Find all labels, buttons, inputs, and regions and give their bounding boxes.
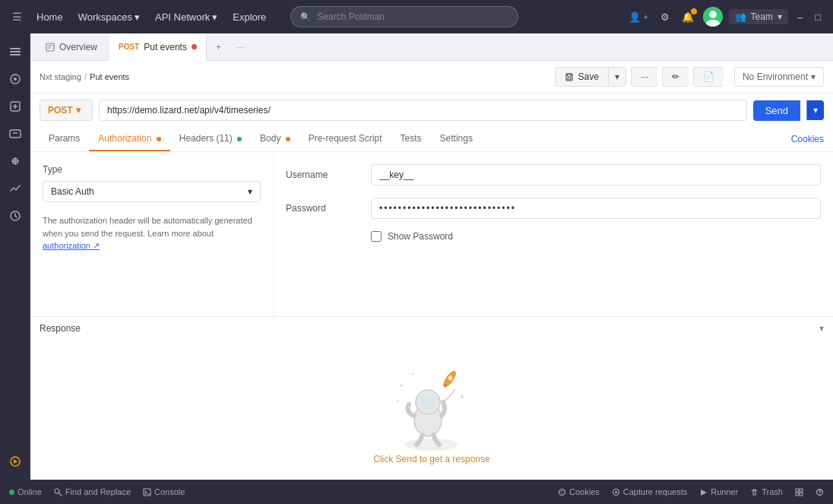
svg-rect-36 xyxy=(800,489,803,492)
url-input[interactable] xyxy=(99,100,747,121)
team-icon: 👥 xyxy=(735,11,746,22)
tab-params[interactable]: Params xyxy=(40,127,89,151)
sidebar-item-history[interactable] xyxy=(3,204,27,228)
auth-left-panel: Type Basic Auth ▾ The authorization head… xyxy=(30,152,274,316)
nav-links: Home Workspaces ▾ API Network ▾ Explore xyxy=(30,8,272,26)
tab-pre-request[interactable]: Pre-request Script xyxy=(299,127,391,151)
runner-button[interactable]: Runner xyxy=(699,487,738,496)
username-field-row: Username xyxy=(286,164,821,185)
tab-headers[interactable]: Headers (11) xyxy=(170,127,251,151)
response-header[interactable]: Response ▾ xyxy=(40,317,824,340)
svg-point-23 xyxy=(458,377,459,379)
nav-workspaces[interactable]: Workspaces ▾ xyxy=(72,8,146,26)
method-select[interactable]: POST ▾ xyxy=(40,100,93,121)
minimize-button[interactable]: – xyxy=(794,8,806,26)
notifications-button[interactable]: 🔔 xyxy=(679,8,697,26)
auth-learn-more-link[interactable]: authorization ↗ xyxy=(43,241,100,250)
save-dropdown-button[interactable]: ▾ xyxy=(608,67,626,87)
nav-home[interactable]: Home xyxy=(30,8,69,26)
sidebar-item-mock[interactable] xyxy=(3,149,27,173)
svg-rect-3 xyxy=(10,48,21,49)
doc-button[interactable]: 📄 xyxy=(693,67,724,87)
auth-type-select[interactable]: Basic Auth ▾ xyxy=(43,181,261,202)
edit-button[interactable]: ✏ xyxy=(662,67,689,87)
show-password-checkbox[interactable] xyxy=(371,231,382,242)
help-icon xyxy=(816,488,824,496)
add-user-icon: 👤 xyxy=(629,11,641,23)
svg-rect-35 xyxy=(796,489,799,492)
nav-api-network[interactable]: API Network ▾ xyxy=(149,8,223,26)
method-badge: POST xyxy=(119,43,139,51)
tabs-bar: Overview POST Put events + ··· xyxy=(30,33,833,61)
tab-settings[interactable]: Settings xyxy=(431,127,482,151)
add-collaborator-button[interactable]: 👤+ xyxy=(626,8,651,26)
auth-right-panel: Username Password Show Password xyxy=(274,152,833,316)
online-status[interactable]: Online xyxy=(9,487,42,496)
team-button[interactable]: 👥 Team ▾ xyxy=(729,9,788,24)
svg-point-30 xyxy=(560,490,562,492)
content-area: Overview POST Put events + ··· Nxt stagi… xyxy=(30,33,833,480)
search-bar[interactable]: 🔍 xyxy=(290,6,518,27)
cookies-status-button[interactable]: Cookies xyxy=(558,487,600,496)
nav-explore[interactable]: Explore xyxy=(226,8,272,26)
tab-tests[interactable]: Tests xyxy=(391,127,431,151)
api-network-chevron-icon: ▾ xyxy=(212,11,217,23)
response-body: Click Send to get a response xyxy=(40,340,824,480)
show-password-row: Show Password xyxy=(371,231,821,242)
password-input[interactable] xyxy=(371,198,821,219)
trash-button[interactable]: Trash xyxy=(750,487,783,496)
console-icon xyxy=(143,488,151,496)
more-actions-button[interactable]: ··· xyxy=(631,67,657,87)
svg-point-32 xyxy=(562,493,563,494)
sidebar-item-apis[interactable] xyxy=(3,94,27,119)
settings-button[interactable]: ⚙ xyxy=(657,8,673,26)
grid-button[interactable] xyxy=(795,488,803,496)
capture-requests-button[interactable]: Capture requests xyxy=(612,487,687,496)
authorization-dot xyxy=(157,137,161,141)
environment-selector[interactable]: No Environment ▾ xyxy=(734,67,824,87)
sidebar-item-collections[interactable] xyxy=(3,67,27,91)
avatar[interactable] xyxy=(703,7,723,27)
svg-rect-15 xyxy=(567,74,571,76)
url-bar: POST ▾ Send ▾ xyxy=(30,94,833,127)
help-button[interactable] xyxy=(816,488,824,496)
send-button[interactable]: Send xyxy=(753,100,800,121)
top-nav: ☰ Home Workspaces ▾ API Network ▾ Explor… xyxy=(0,0,833,33)
cookies-link[interactable]: Cookies xyxy=(791,134,824,144)
hamburger-icon[interactable]: ☰ xyxy=(9,9,24,24)
request-bar: Nxt staging / Put events Save ▾ ··· ✏ 📄 … xyxy=(30,61,833,94)
auth-panel: Type Basic Auth ▾ The authorization head… xyxy=(30,152,833,316)
svg-rect-14 xyxy=(568,78,571,80)
status-bar: Online Find and Replace Console Cookies … xyxy=(0,480,833,504)
tab-overview[interactable]: Overview xyxy=(36,33,106,61)
tab-authorization[interactable]: Authorization xyxy=(89,127,169,151)
svg-point-26 xyxy=(412,373,413,375)
username-input[interactable] xyxy=(371,164,821,185)
main-layout: Overview POST Put events + ··· Nxt stagi… xyxy=(0,33,833,480)
svg-rect-37 xyxy=(796,493,799,496)
username-label: Username xyxy=(286,170,362,180)
request-actions: Save ▾ ··· ✏ 📄 No Environment ▾ xyxy=(555,67,824,87)
status-bar-right: Cookies Capture requests Runner Trash xyxy=(558,487,824,496)
search-icon: 🔍 xyxy=(300,12,311,22)
sidebar-item-runner[interactable] xyxy=(3,449,27,474)
capture-icon xyxy=(612,488,620,496)
add-tab-button[interactable]: + xyxy=(210,39,227,55)
maximize-button[interactable]: □ xyxy=(812,8,824,26)
send-dropdown-button[interactable]: ▾ xyxy=(806,100,824,120)
empty-state-illustration xyxy=(386,355,477,454)
more-tabs-button[interactable]: ··· xyxy=(230,39,250,55)
tab-put-events[interactable]: POST Put events xyxy=(109,33,207,61)
find-replace-button[interactable]: Find and Replace xyxy=(54,487,131,496)
breadcrumb-separator: / xyxy=(84,72,87,81)
sidebar-item-monitors[interactable] xyxy=(3,176,27,201)
show-password-label[interactable]: Show Password xyxy=(388,231,453,242)
sidebar xyxy=(0,33,30,480)
search-input[interactable] xyxy=(317,11,508,22)
save-button[interactable]: Save xyxy=(555,67,608,87)
tab-body[interactable]: Body xyxy=(251,127,299,151)
console-button[interactable]: Console xyxy=(143,487,185,496)
sidebar-item-home[interactable] xyxy=(3,40,27,64)
svg-point-31 xyxy=(562,490,564,491)
sidebar-item-environments[interactable] xyxy=(3,122,27,146)
